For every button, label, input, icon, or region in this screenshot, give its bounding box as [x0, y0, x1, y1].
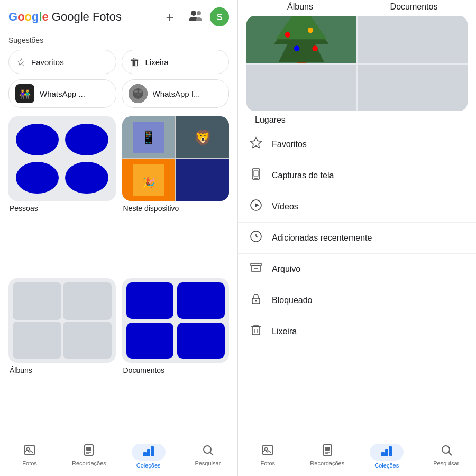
- memories-icon: [83, 444, 95, 459]
- list-item-arquivo[interactable]: Arquivo: [238, 254, 476, 285]
- person-circle-3: [16, 162, 59, 194]
- list-item-videos[interactable]: Vídeos: [238, 191, 476, 223]
- suggestion-lixeira[interactable]: 🗑 Lixeira: [122, 50, 230, 74]
- places-cell-2: [358, 16, 468, 63]
- places-mosaic[interactable]: [246, 16, 468, 111]
- google-logo: Google: [8, 10, 49, 24]
- svg-rect-19: [187, 164, 218, 196]
- places-container: Lugares: [238, 16, 476, 127]
- whatsapp1-label: WhatsApp ...: [40, 89, 85, 98]
- svg-rect-28: [151, 446, 154, 456]
- archive-icon: [249, 261, 263, 277]
- svg-point-12: [137, 94, 139, 96]
- album-cell-3: [13, 322, 61, 359]
- doc-cell-1: [126, 282, 174, 319]
- header: Google Google Fotos +: [0, 0, 237, 32]
- favoritos-label: Favoritos: [31, 58, 64, 67]
- svg-rect-63: [381, 452, 385, 456]
- svg-point-35: [285, 32, 290, 37]
- suggestion-whatsapp1[interactable]: 👫 WhatsApp ...: [8, 79, 116, 108]
- svg-text:🎉: 🎉: [142, 177, 155, 189]
- favoritos-list-label: Favoritos: [272, 140, 307, 149]
- docs-mosaic: [122, 278, 230, 363]
- neste-cell-4: [176, 159, 229, 201]
- neste-cell-3: 🎉: [122, 159, 175, 201]
- svg-text:📱: 📱: [141, 130, 157, 145]
- nav-recordacoes-right[interactable]: Recordações: [298, 442, 358, 471]
- screenshot-icon: [249, 168, 263, 184]
- suggestion-whatsapp2[interactable]: WhatsApp I...: [122, 79, 230, 108]
- nav-pesquisar-left[interactable]: Pesquisar: [178, 442, 237, 471]
- svg-point-36: [308, 28, 313, 33]
- svg-point-52: [255, 300, 257, 302]
- list-item-adicionadas[interactable]: Adicionadas recentemente: [238, 223, 476, 254]
- header-icons: + S: [159, 6, 229, 28]
- nav-fotos-left[interactable]: Fotos: [0, 442, 59, 471]
- svg-marker-44: [255, 203, 259, 207]
- collection-neste[interactable]: 📱 🦁 🎉: [122, 116, 230, 272]
- svg-point-11: [139, 90, 142, 93]
- memories-icon-right: [321, 444, 334, 459]
- colecoes-nav-bg: [132, 444, 166, 461]
- svg-rect-27: [147, 449, 150, 456]
- svg-line-67: [448, 452, 452, 455]
- documentos-label: Documentos: [122, 363, 230, 376]
- fotos-nav-label-right: Fotos: [260, 460, 275, 466]
- list-item-bloqueado[interactable]: Bloqueado: [238, 285, 476, 316]
- places-label: Lugares: [246, 111, 468, 127]
- nav-recordacoes-left[interactable]: Recordações: [59, 442, 118, 471]
- album-cell-4: [63, 322, 112, 359]
- whatsapp1-thumb: 👫: [15, 84, 34, 103]
- svg-point-37: [294, 45, 299, 51]
- places-cell-photo: [246, 16, 356, 63]
- svg-rect-54: [252, 327, 260, 335]
- right-top-headers: Álbuns Documentos: [238, 0, 476, 16]
- person-circle-1: [16, 124, 59, 155]
- list-item-favoritos[interactable]: Favoritos: [238, 129, 476, 160]
- user-avatar[interactable]: S: [210, 7, 229, 26]
- add-icon: +: [166, 9, 173, 25]
- collection-pessoas[interactable]: Pessoas: [8, 116, 116, 272]
- albuns-label: Álbuns: [8, 363, 116, 376]
- logo: Google Google Fotos: [8, 10, 122, 24]
- svg-point-29: [204, 446, 211, 453]
- svg-rect-23: [86, 447, 91, 451]
- app-name: Google Fotos: [52, 10, 122, 24]
- doc-cell-3: [126, 323, 174, 359]
- svg-rect-64: [385, 449, 388, 456]
- pesquisar-nav-label-left: Pesquisar: [195, 460, 221, 466]
- suggestion-favoritos[interactable]: ☆ Favoritos: [8, 50, 116, 74]
- pessoas-mosaic: [8, 116, 116, 201]
- svg-point-10: [134, 90, 138, 93]
- nav-colecoes-left[interactable]: Coleções: [119, 442, 178, 471]
- left-panel: Google Google Fotos +: [0, 0, 238, 476]
- star-icon: ☆: [16, 56, 26, 68]
- recordacoes-nav-label-left: Recordações: [72, 460, 106, 466]
- svg-rect-39: [297, 62, 306, 62]
- list-item-capturas[interactable]: Capturas de tela: [238, 160, 476, 191]
- photos-icon: [23, 444, 36, 459]
- svg-line-30: [210, 452, 213, 455]
- nav-fotos-right[interactable]: Fotos: [238, 442, 298, 471]
- colecoes-nav-bg-right: [370, 444, 404, 461]
- bottom-nav-left: Fotos Recordações Coleções: [0, 438, 237, 476]
- svg-point-0: [191, 11, 196, 16]
- colecoes-nav-label-right: Coleções: [374, 462, 399, 469]
- album-cell-2: [63, 282, 112, 320]
- nav-colecoes-right[interactable]: Coleções: [357, 442, 417, 471]
- adicionadas-list-label: Adicionadas recentemente: [272, 233, 372, 243]
- collection-documentos[interactable]: Documentos: [122, 278, 230, 434]
- nav-pesquisar-right[interactable]: Pesquisar: [417, 442, 477, 471]
- places-cell-4: [358, 65, 468, 112]
- neste-cell-1: 📱: [122, 116, 175, 158]
- bottom-nav-right: Fotos Recordações Coleções: [238, 438, 476, 476]
- shared-albums-button[interactable]: [185, 6, 206, 28]
- albums-mosaic: [8, 278, 116, 363]
- photos-icon-right: [261, 444, 274, 459]
- lock-icon: [249, 292, 263, 308]
- list-item-lixeira-right[interactable]: Lixeira: [238, 316, 476, 347]
- svg-text:🦁: 🦁: [193, 129, 212, 147]
- collection-albuns[interactable]: Álbuns: [8, 278, 116, 434]
- search-icon-right: [440, 444, 453, 459]
- add-button[interactable]: +: [159, 6, 180, 28]
